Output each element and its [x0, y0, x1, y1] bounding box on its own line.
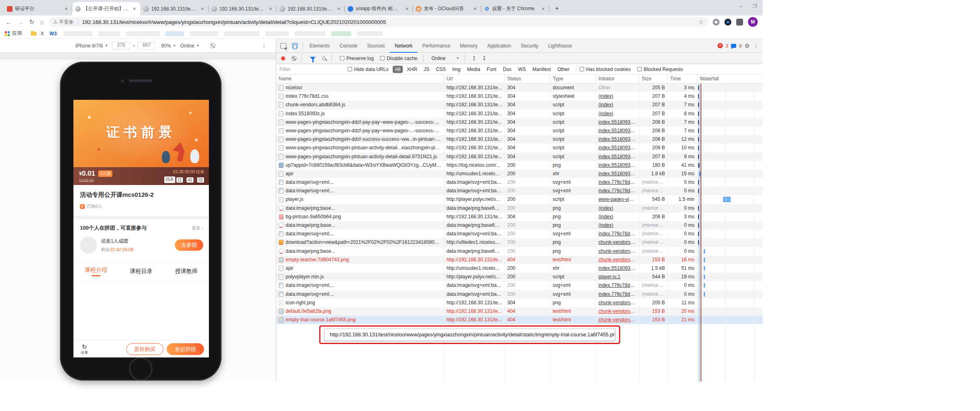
bookmark-item-blurred[interactable] [294, 31, 325, 36]
tab-console[interactable]: Console [335, 39, 362, 53]
table-row[interactable]: www-pages-yingxiaozhongxin-pintuan-activ… [276, 144, 763, 152]
extension-icon[interactable] [713, 19, 720, 26]
request-initiator[interactable]: (index) [595, 92, 639, 101]
filter-pill-ws[interactable]: WS [516, 66, 528, 73]
export-har-icon[interactable]: ↧ [482, 55, 486, 61]
request-name-cell[interactable]: www-pages-yingxiaozhongxin-ddzf-pay-pay~… [276, 118, 444, 127]
table-row[interactable]: data:image/png;base...data:image/png;bas… [276, 204, 763, 213]
column-header-name[interactable]: Name [276, 75, 444, 83]
preserve-log-checkbox[interactable] [340, 56, 344, 60]
tab-lighthouse[interactable]: Lighthouse [543, 39, 577, 53]
close-icon[interactable]: × [335, 6, 342, 12]
request-name-cell[interactable]: player.js [276, 195, 444, 204]
request-name-cell[interactable]: data:image/svg+xml;... [276, 281, 444, 290]
record-icon[interactable] [281, 56, 285, 60]
join-group-button[interactable]: 去参团 [175, 239, 203, 251]
request-name-cell[interactable]: polyvplayer.min.js [276, 273, 444, 281]
close-icon[interactable]: × [540, 6, 546, 12]
table-row[interactable]: empty-teacher.7d904743.pnghttp://192.168… [276, 256, 763, 264]
folder-icon[interactable] [31, 32, 37, 36]
request-initiator[interactable]: index.776c78d1.css [595, 178, 639, 187]
home-icon[interactable]: ⌂ [40, 19, 44, 26]
request-initiator[interactable]: index.776c78d1.css [595, 281, 639, 290]
no-throttling-icon[interactable] [210, 43, 215, 48]
inspect-element-icon[interactable] [280, 43, 286, 49]
bookmark-item-blurred[interactable] [224, 31, 260, 36]
filter-pill-media[interactable]: Media [464, 66, 483, 73]
hide-data-urls-checkbox[interactable] [348, 67, 352, 71]
table-row[interactable]: data:image/svg+xml;...data:image/svg+xml… [276, 290, 763, 299]
apps-label[interactable]: 应用 [12, 30, 22, 37]
request-name-cell[interactable]: data:image/png;base... [276, 247, 444, 256]
bookmark-item-blurred[interactable] [331, 31, 351, 36]
filter-pill-all[interactable]: All [393, 66, 403, 73]
table-row[interactable]: default.0e5a62fa.pnghttp://192.168.30.13… [276, 307, 763, 316]
tab-sources[interactable]: Sources [362, 39, 390, 53]
browser-tab[interactable]: D发布 - DCloud问答× [413, 2, 481, 15]
request-name-cell[interactable]: api/ [276, 170, 444, 178]
share-button[interactable]: ↻ 分享 [81, 344, 88, 355]
table-row[interactable]: up?appid=7c880159acf83cb6&data=W3siYXBwa… [276, 161, 763, 170]
request-initiator[interactable]: index.776c78d1.css [595, 230, 639, 238]
apps-grid-icon[interactable] [5, 31, 10, 36]
restore-button[interactable]: ❐ [753, 4, 757, 9]
request-name-cell[interactable]: chunk-vendors.abdb6384.js [276, 101, 444, 109]
table-row[interactable]: api/http://umsudev1.nicelo...200xhrindex… [276, 264, 763, 273]
request-name-cell[interactable]: data:image/svg+xml;... [276, 230, 444, 238]
table-row[interactable]: ›icon-right.pnghttp://192.168.30.131/te.… [276, 299, 763, 307]
request-name-cell[interactable]: empty-trial-course.1a6f7455.png [276, 316, 444, 324]
request-initiator[interactable]: index.776c78d1.css [595, 187, 639, 195]
filter-funnel-icon[interactable] [310, 57, 316, 60]
settings-gear-icon[interactable]: ⚙ [744, 43, 750, 49]
column-header-status[interactable]: Status [505, 75, 550, 83]
table-row[interactable]: data:image/svg+xml;...data:image/svg+xml… [276, 187, 763, 195]
request-initiator[interactable]: chunk-vendors.ab... [595, 247, 639, 256]
filter-pill-manifest[interactable]: Manifest [530, 66, 553, 73]
request-name-cell[interactable]: niceloo/ [276, 84, 444, 92]
reload-icon[interactable]: ↻ [29, 18, 34, 26]
table-row[interactable]: polyvplayer.min.jshttp://player.polyv.ne… [276, 273, 763, 281]
course-tab[interactable]: 课程介绍 [85, 267, 107, 276]
table-row[interactable]: player.jshttp://player.polyv.net/s...200… [276, 195, 763, 204]
column-header-url[interactable]: Url [444, 75, 505, 83]
back-icon[interactable]: ← [6, 19, 12, 26]
omnibox[interactable]: ⚠ 不安全 192.168.30.131/test/niceloo/#/www/… [49, 17, 709, 27]
request-name-cell[interactable]: data:image/png;base... [276, 204, 444, 213]
request-name-cell[interactable]: www-pages-yingxiaozhongxin-pintuan-activ… [276, 144, 444, 152]
table-row[interactable]: index.776c78d1.csshttp://192.168.30.131/… [276, 92, 763, 101]
throttling-select[interactable]: Online ▼ [432, 56, 460, 61]
table-row[interactable]: empty-trial-course.1a6f7455.pnghttp://19… [276, 316, 763, 324]
issues-icon[interactable] [731, 44, 736, 48]
request-name-cell[interactable]: up?appid=7c880159acf83cb6&data=W3siYXBwa… [276, 161, 444, 170]
has-blocked-cookies-checkbox[interactable] [580, 67, 584, 71]
close-icon[interactable]: × [63, 6, 69, 12]
request-name-cell[interactable]: ›icon-right.png [276, 299, 444, 307]
request-initiator[interactable]: index.5518093c.js:1 [595, 161, 639, 170]
more-options-icon[interactable]: ⋮ [261, 43, 267, 49]
minimize-button[interactable]: – [739, 3, 742, 9]
request-initiator[interactable]: chunk-vendors.ab... [595, 307, 639, 316]
bookmark-item[interactable]: X [41, 31, 44, 37]
browser-tab[interactable]: ⚙设置 - 关于 Chrome× [481, 2, 549, 15]
table-row[interactable]: www-pages-yingxiaozhongxin-ddzf-pay-pay~… [276, 118, 763, 127]
request-name-cell[interactable]: data:image/png;base... [276, 221, 444, 230]
request-initiator[interactable]: chunk-vendors.ab... [595, 238, 639, 247]
more-link[interactable]: 更多 › [191, 225, 203, 231]
bookmark-item-blurred[interactable] [126, 31, 160, 36]
import-har-icon[interactable]: ↥ [472, 55, 476, 61]
request-name-cell[interactable]: www-pages-yingxiaozhongxin-ddzf-success-… [276, 135, 444, 144]
filter-pill-xhr[interactable]: XHR [404, 66, 419, 73]
clear-icon[interactable] [292, 56, 297, 61]
table-row[interactable]: data:image/svg+xml;...data:image/svg+xml… [276, 281, 763, 290]
request-initiator[interactable]: index.5518093c.js:... [595, 170, 639, 178]
devtools-menu-icon[interactable]: ⋮ [753, 43, 759, 49]
table-row[interactable]: www-pages-yingxiaozhongxin-pintuan-activ… [276, 153, 763, 161]
request-initiator[interactable]: (index) [595, 213, 639, 221]
browser-tab[interactable]: 192.168.30.131/test/nicel...× [208, 2, 277, 15]
extension-icon[interactable] [724, 19, 731, 26]
filter-pill-doc[interactable]: Doc [501, 66, 514, 73]
error-badge-icon[interactable]: ✕ [718, 43, 723, 48]
issues-count[interactable]: 8 [739, 43, 741, 48]
request-initiator[interactable]: www-pages-ying... [595, 195, 639, 204]
column-header-initiator[interactable]: Initiator [595, 75, 639, 83]
